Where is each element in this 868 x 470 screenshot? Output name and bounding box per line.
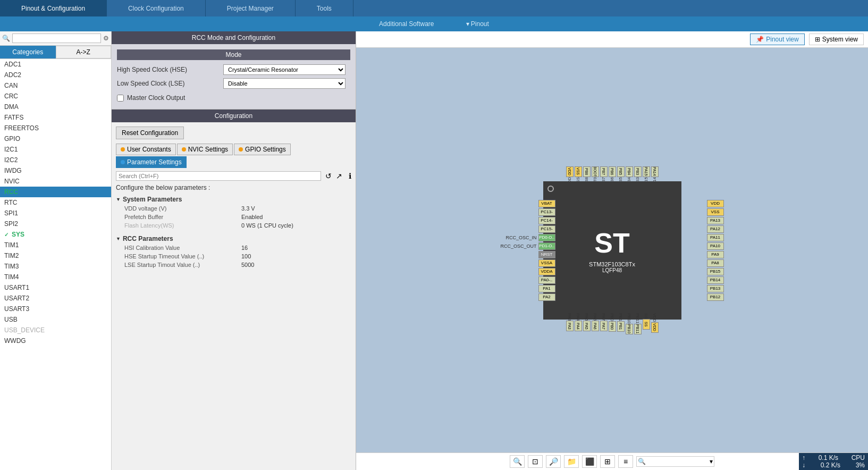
params-search-bar: ↺ ↗ ℹ xyxy=(116,171,351,181)
sidebar-item-gpio[interactable]: GPIO xyxy=(0,133,111,144)
pin-left-vdda: VDDA xyxy=(501,268,555,275)
sidebar-item-rcc[interactable]: RCC xyxy=(0,187,111,197)
search-input[interactable] xyxy=(12,33,101,43)
rcc-params-header[interactable]: ▼ RCC Parameters xyxy=(116,234,351,244)
sidebar-item-fatfs[interactable]: FATFS xyxy=(0,112,111,123)
pin-right-pb12: PB12 xyxy=(707,293,724,301)
pin-bot-pa6: PA6PA6 xyxy=(592,313,599,334)
pin-left-pc13: PC13- xyxy=(501,208,555,216)
search-icon: 🔍 xyxy=(2,35,10,42)
rcc-panel-title: RCC Mode and Configuration xyxy=(112,31,356,44)
zoom-out-button[interactable]: 🔎 xyxy=(546,455,561,468)
sidebar-item-iwdg[interactable]: IWDG xyxy=(0,165,111,176)
reset-config-button[interactable]: Reset Configuration xyxy=(116,127,184,139)
system-params-header[interactable]: ▼ System Parameters xyxy=(116,195,351,204)
pin-left-pa1: PA1 xyxy=(501,285,555,292)
nav-clock[interactable]: Clock Configuration xyxy=(107,0,206,16)
sidebar-item-spi1[interactable]: SPI1 xyxy=(0,208,111,219)
tab-az[interactable]: A->Z xyxy=(56,46,112,58)
bottom-toolbar: 🔍 ⊡ 🔎 📁 ⬛ ⊞ ≡ 🔍 ▾ xyxy=(356,452,868,470)
additional-software-link[interactable]: Additional Software xyxy=(379,20,434,28)
pin-right-pa13: PA13 xyxy=(707,217,724,224)
sidebar-item-sys[interactable]: ✓SYS xyxy=(0,229,111,240)
system-view-btn[interactable]: ⊞ System view xyxy=(809,33,864,45)
sidebar-item-usb[interactable]: USB xyxy=(0,314,111,325)
sidebar-item-adc2[interactable]: ADC2 xyxy=(0,70,111,80)
pin-right-pb14: PB14 xyxy=(707,276,724,284)
sidebar-item-usart1[interactable]: USART1 xyxy=(0,282,111,293)
pin-left-vssa: VSSA xyxy=(501,259,555,267)
toolbar-search-dropdown[interactable]: ▾ xyxy=(710,458,713,465)
nav-tools[interactable]: Tools xyxy=(296,0,353,16)
config-tab-0[interactable]: User Constants xyxy=(116,144,176,155)
sidebar-item-usbdevice[interactable]: USB_DEVICE xyxy=(0,325,111,335)
sidebar-item-spi2[interactable]: SPI2 xyxy=(0,219,111,229)
config-section-header: Configuration xyxy=(112,110,356,122)
config-tabs: User ConstantsNVIC SettingsGPIO Settings… xyxy=(116,144,351,168)
nav-project[interactable]: Project Manager xyxy=(206,0,296,16)
param-prefetch-value: Enabled xyxy=(241,214,263,220)
nav-pinout[interactable]: Pinout & Configuration xyxy=(0,0,107,16)
params-search-input[interactable] xyxy=(116,171,321,181)
sidebar-item-tim3[interactable]: TIM3 xyxy=(0,261,111,272)
sidebar-item-crc[interactable]: CRC xyxy=(0,91,111,102)
sidebar-item-i2c1[interactable]: I2C1 xyxy=(0,144,111,155)
grid-button[interactable]: ⊞ xyxy=(600,455,615,468)
view-toolbar: 📌 Pinout view ⊞ System view xyxy=(356,31,868,48)
sidebar-item-dma[interactable]: DMA xyxy=(0,102,111,112)
config-tab-1[interactable]: NVIC Settings xyxy=(177,144,233,155)
pin-left-nrst: NRST xyxy=(501,251,555,258)
param-flash: Flash Latency(WS) 0 WS (1 CPU cycle) xyxy=(116,221,351,230)
master-clock-checkbox[interactable] xyxy=(117,95,124,102)
hse-row: High Speed Clock (HSE) Crystal/Ceramic R… xyxy=(117,64,350,75)
pinout-view-btn[interactable]: 📌 Pinout view xyxy=(750,33,804,45)
pin-bot-pb10: PB10PB10 xyxy=(626,313,633,334)
lse-select[interactable]: Disable xyxy=(223,78,345,89)
refresh-icon[interactable]: ↺ xyxy=(325,172,332,180)
tab-categories[interactable]: Categories xyxy=(0,46,56,58)
config-tab-3[interactable]: Parameter Settings xyxy=(116,156,187,168)
pin-bot-pa7: PA7PA7 xyxy=(600,313,608,334)
expand-icon[interactable]: ↗ xyxy=(336,172,342,180)
toolbar-search-input[interactable] xyxy=(646,458,710,465)
chip-package: LQFP48 xyxy=(589,267,635,273)
pin-bot-pb11: PB11PB11 xyxy=(634,313,642,334)
top-nav: Pinout & Configuration Clock Configurati… xyxy=(0,0,868,16)
pin-left-pd1: RCC_OSC_OUT PD1-O.. xyxy=(501,242,555,250)
gear-icon[interactable]: ⚙ xyxy=(103,35,109,42)
sidebar-item-tim2[interactable]: TIM2 xyxy=(0,250,111,261)
pin-bot-pa4: PA4PA4 xyxy=(575,313,582,334)
sidebar-item-usart2[interactable]: USART2 xyxy=(0,293,111,304)
pin-right-vdd: VDD xyxy=(707,200,724,207)
sidebar-item-tim4[interactable]: TIM4 xyxy=(0,272,111,282)
layers-button[interactable]: 📁 xyxy=(564,455,579,468)
sidebar-item-can[interactable]: CAN xyxy=(0,80,111,91)
sidebar-item-nvic[interactable]: NVIC xyxy=(0,176,111,187)
pin-right-vss: VSS xyxy=(707,208,724,216)
sidebar-item-usart3[interactable]: USART3 xyxy=(0,304,111,314)
hse-label: High Speed Clock (HSE) xyxy=(117,66,223,73)
sidebar-item-i2c2[interactable]: I2C2 xyxy=(0,155,111,165)
param-lse-timeout: LSE Startup Timout Value (..) 5000 xyxy=(116,261,351,269)
fit-button[interactable]: ⊡ xyxy=(528,455,543,468)
hse-select[interactable]: Crystal/Ceramic Resonator xyxy=(223,64,345,75)
right-panel: 📌 Pinout view ⊞ System view VDDVDD VSSVS… xyxy=(356,31,868,470)
sidebar-item-rtc[interactable]: RTC xyxy=(0,197,111,208)
sidebar-item-tim1[interactable]: TIM1 xyxy=(0,240,111,250)
chip-area: VDDVDD VSSVSS PB8PB8 BOOTBOOT0 PB7PB7 PB… xyxy=(356,48,868,452)
param-flash-name: Flash Latency(WS) xyxy=(124,222,241,229)
export-button[interactable]: ⬛ xyxy=(582,455,597,468)
config-tab-2[interactable]: GPIO Settings xyxy=(234,144,291,155)
mode-section: Mode High Speed Clock (HSE) Crystal/Cera… xyxy=(112,44,356,110)
sidebar-item-freertos[interactable]: FREERTOS xyxy=(0,123,111,133)
list-button[interactable]: ≡ xyxy=(618,455,633,468)
zoom-in-button[interactable]: 🔍 xyxy=(510,455,525,468)
pin-left-pc14: PC14- xyxy=(501,217,555,224)
sidebar-item-adc1[interactable]: ADC1 xyxy=(0,59,111,70)
chip-name: STM32F103C8Tx xyxy=(589,261,635,267)
sidebar-item-wwdg[interactable]: WWDG xyxy=(0,335,111,346)
sidebar-list: ADC1ADC2CANCRCDMAFATFSFREERTOSGPIOI2C1I2… xyxy=(0,59,111,470)
param-hsi-value: 16 xyxy=(241,245,248,251)
pin-bot-ss: SSSS xyxy=(643,313,650,334)
pinout-link[interactable]: ▾ Pinout xyxy=(466,20,489,28)
